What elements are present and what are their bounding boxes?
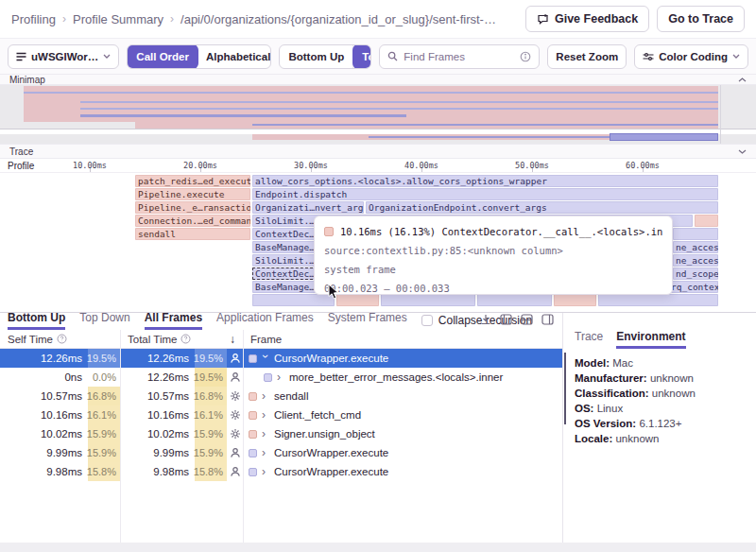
reset-zoom-button[interactable]: Reset Zoom <box>547 44 627 69</box>
breadcrumb-separator: › <box>170 12 174 26</box>
frame-table-row[interactable]: 9.98ms15.8%9.98ms15.8%›CursorWrapper.exe… <box>0 462 562 481</box>
details-tab-environment[interactable]: Environment <box>616 330 685 349</box>
flame-frame[interactable]: OrganizationEndpoint.convert_args <box>366 201 718 214</box>
frame-color-swatch <box>249 411 257 420</box>
go-to-trace-button[interactable]: Go to Trace <box>657 6 745 32</box>
flame-frame[interactable]: Pipeline._e…ransaction <box>135 201 250 214</box>
column-divider[interactable] <box>120 330 121 552</box>
frame-name-cell[interactable]: ›Signer.unsign_object <box>243 424 562 443</box>
chevron-right-icon[interactable]: › <box>277 371 284 384</box>
total-time-cell: 9.98ms15.8% <box>120 462 243 481</box>
flame-frame[interactable]: patch_redis…ed_execute <box>135 175 250 187</box>
total-time-cell: 9.99ms15.9% <box>120 443 243 462</box>
mouse-cursor <box>328 284 339 301</box>
tab-all-frames[interactable]: All Frames <box>145 311 202 330</box>
give-feedback-label: Give Feedback <box>555 12 638 26</box>
axis-tickmark <box>532 168 533 172</box>
column-divider[interactable] <box>243 330 244 552</box>
chevron-down-icon[interactable] <box>738 149 747 154</box>
total-time-header[interactable]: Total Time ↓ <box>120 330 243 348</box>
time-ruler: Profile 10.00ms20.00ms30.00ms40.00ms50.0… <box>0 159 756 173</box>
self-time-cell: 10.16ms16.1% <box>0 405 120 424</box>
flame-frame[interactable]: ne_access <box>673 241 718 253</box>
frame-header[interactable]: Frame <box>243 330 562 348</box>
flame-frame[interactable]: sendall <box>135 228 250 240</box>
self-time-cell: 10.02ms15.9% <box>0 424 120 443</box>
dock-bottom-icon[interactable] <box>521 314 533 325</box>
minimap-activity <box>80 101 718 103</box>
self-time-header[interactable]: Self Time <box>0 330 120 348</box>
find-frames-search[interactable] <box>379 44 540 69</box>
frame-name-cell[interactable]: ›CursorWrapper.execute <box>243 462 562 481</box>
total-time-value: 9.98ms <box>153 466 189 477</box>
frame-table-row[interactable]: 12.26ms19.5%12.26ms19.5%›CursorWrapper.e… <box>0 349 562 368</box>
flame-frame[interactable]: ne_access <box>673 254 718 267</box>
frame-name-cell[interactable]: ›CursorWrapper.execute <box>243 349 562 368</box>
search-input[interactable] <box>404 51 514 62</box>
trace-header: Trace <box>0 144 756 159</box>
breadcrumb-separator: › <box>62 12 66 26</box>
dock-right-icon[interactable] <box>541 314 554 325</box>
thread-selector-dropdown[interactable]: uWSGIWor… <box>8 44 119 69</box>
tab-top-down[interactable]: Top Down <box>79 311 129 330</box>
frame-table-row[interactable]: 10.16ms16.1%10.16ms16.1%›Client._fetch_c… <box>0 405 562 424</box>
self-time-value: 12.26ms <box>41 353 82 364</box>
minimap-canvas[interactable] <box>0 85 756 144</box>
flame-frame[interactable]: Pipeline.execute <box>135 188 250 200</box>
direction-option-bottom-up[interactable]: Bottom Up <box>280 45 353 68</box>
frame-name-cell[interactable]: ›Client._fetch_cmd <box>243 405 562 424</box>
frame-table-row[interactable]: 10.57ms16.8%10.57ms16.8%›sendall <box>0 387 562 405</box>
details-tab-trace[interactable]: Trace <box>575 330 603 349</box>
breadcrumb-item[interactable]: Profiling <box>11 12 56 26</box>
chevron-up-icon[interactable] <box>738 78 747 82</box>
chevron-down-icon[interactable]: › <box>259 354 272 362</box>
chevron-right-icon[interactable]: › <box>262 427 269 440</box>
sort-descending-icon[interactable]: ↓ <box>230 333 235 346</box>
chevron-right-icon[interactable]: › <box>262 446 269 459</box>
frame-table-row[interactable]: 0ns0.0%12.26ms19.5%›more_better_error_me… <box>0 368 562 387</box>
flame-frame[interactable]: rq_context <box>668 281 718 293</box>
frame-name: Signer.unsign_object <box>274 428 375 440</box>
flame-frame[interactable]: Organizati…nvert_args <box>252 201 364 214</box>
chevron-right-icon[interactable]: › <box>262 389 269 403</box>
total-time-value: 12.26ms <box>147 353 189 364</box>
scrollbar-thumb[interactable] <box>564 353 566 424</box>
frame-table-row[interactable]: 10.02ms15.9%10.02ms15.9%›Signer.unsign_o… <box>0 424 562 443</box>
chevron-right-icon[interactable]: › <box>262 465 269 478</box>
user-icon <box>227 447 243 458</box>
flame-frame[interactable]: Connection.…ed_command <box>135 215 250 227</box>
download-icon[interactable] <box>480 314 491 325</box>
frame-name-cell[interactable]: ›sendall <box>243 387 562 405</box>
flame-frame[interactable]: nd_scopes <box>673 267 718 280</box>
color-coding-dropdown[interactable]: Color Coding <box>634 44 748 69</box>
tab-bottom-up[interactable]: Bottom Up <box>8 311 65 330</box>
sort-option-call-order[interactable]: Call Order <box>127 44 198 69</box>
tooltip-time-range: 00:00.023 — 00:00.033 <box>324 279 662 298</box>
flame-frame[interactable] <box>695 215 718 227</box>
frame-tooltip: 10.16ms (16.13%) ContextDecorator.__call… <box>314 216 673 295</box>
give-feedback-button[interactable]: Give Feedback <box>525 6 649 32</box>
chevron-down-icon <box>732 54 740 59</box>
sort-option-alphabetical[interactable]: Alphabetical <box>198 45 272 68</box>
bottom-scrollbar-track[interactable] <box>0 543 756 552</box>
frame-name-cell[interactable]: ›CursorWrapper.execute <box>243 443 562 462</box>
self-time-cell: 9.99ms15.9% <box>0 443 120 462</box>
flame-frame[interactable] <box>252 294 335 306</box>
flame-frame[interactable]: allow_cors_options.<locals>.allow_cors_o… <box>252 175 718 187</box>
frame-color-swatch <box>249 354 257 363</box>
direction-option-top-down[interactable]: Top Down <box>352 44 371 69</box>
tab-application-frames[interactable]: Application Frames <box>216 311 314 330</box>
tab-system-frames[interactable]: System Frames <box>328 311 407 330</box>
self-time-percent: 16.1% <box>88 405 120 424</box>
dock-left-icon[interactable] <box>500 314 512 325</box>
frame-name-cell[interactable]: ›more_better_error_messages.<locals>.inn… <box>243 368 562 387</box>
breadcrumb-item[interactable]: Profile Summary <box>73 12 163 26</box>
flame-frame[interactable]: Endpoint.dispatch <box>252 188 718 200</box>
breadcrumb-item[interactable]: /api/0/organizations/{organization_id_or… <box>180 12 496 26</box>
detail-field-classification: Classification: unknown <box>575 386 745 401</box>
feedback-icon <box>537 13 549 26</box>
chevron-right-icon[interactable]: › <box>262 408 269 422</box>
flame-frame[interactable] <box>673 228 718 240</box>
frame-table-row[interactable]: 9.99ms15.9%9.99ms15.9%›CursorWrapper.exe… <box>0 443 562 462</box>
sort-segmented-control: Call OrderAlphabeticalLeft Heavy <box>127 44 271 69</box>
